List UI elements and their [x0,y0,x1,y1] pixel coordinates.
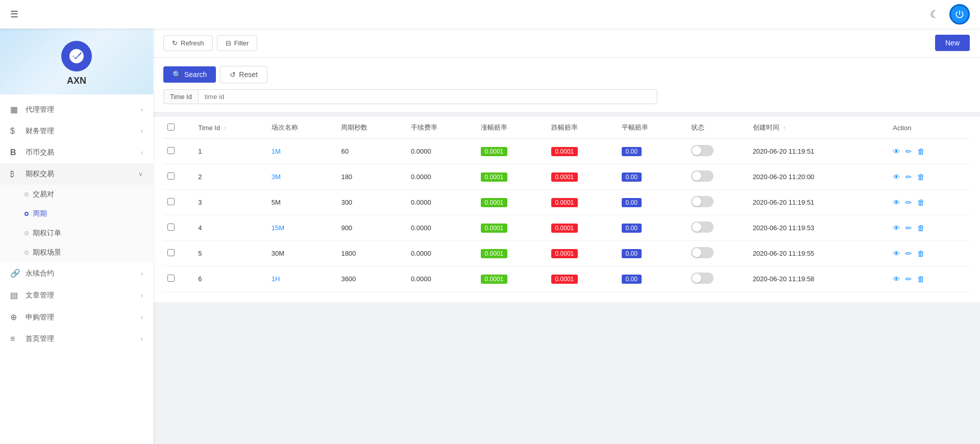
action-icons: 👁 ✏ 🗑 [893,147,966,156]
sidebar-sub-period[interactable]: 周期 [0,204,153,224]
sidebar-item-perpetual[interactable]: 🔗 永续合约 ‹ [0,262,153,284]
top-header: ☰ ☾ [0,0,980,29]
table-row: 1 1M 60 0.0000 0.0001 0.0001 0.00 2020-0… [163,139,970,164]
col-time-id: Time Id ↑ [194,117,267,139]
cell-fee-rate: 0.0000 [407,266,477,292]
finance-arrow: ‹ [141,128,143,135]
cell-venue-name: 1M [267,139,337,164]
edit-icon[interactable]: ✏ [905,198,912,207]
cell-fall-rate: 0.0001 [547,139,618,164]
sidebar-sub-futures-scene[interactable]: 期权场景 [0,243,153,262]
view-icon[interactable]: 👁 [893,275,900,283]
row-checkbox[interactable] [167,249,175,256]
delete-icon[interactable]: 🗑 [917,224,925,232]
moon-icon[interactable]: ☾ [930,8,939,20]
cell-created-time: 2020-06-20 11:19:51 [749,190,889,215]
sidebar-item-apply[interactable]: ⊕ 申购管理 ‹ [0,306,153,328]
cell-status [687,139,749,164]
status-toggle[interactable] [691,196,714,207]
sidebar-item-finance[interactable]: $ 财务管理 ‹ [0,120,153,142]
action-icons: 👁 ✏ 🗑 [893,249,966,258]
time-id-input[interactable] [198,89,657,104]
cell-created-time: 2020-06-20 11:19:51 [749,139,889,164]
view-icon[interactable]: 👁 [893,224,900,232]
cell-rise-rate: 0.0001 [477,266,547,292]
delete-icon[interactable]: 🗑 [917,198,925,207]
action-icons: 👁 ✏ 🗑 [893,275,966,284]
cell-fall-rate: 0.0001 [547,190,618,215]
row-checkbox[interactable] [167,172,175,180]
delete-icon[interactable]: 🗑 [917,249,925,258]
edit-icon[interactable]: ✏ [905,275,912,284]
flat-rate-badge: 0.00 [622,275,642,284]
cell-fall-rate: 0.0001 [547,241,618,266]
cell-venue-name: 30M [267,241,337,266]
status-toggle[interactable] [691,145,714,156]
coin-label: 币币交易 [26,148,54,157]
futures-submenu: 交易对 周期 期权订单 期权场景 [0,185,153,262]
edit-icon[interactable]: ✏ [905,249,912,258]
sidebar-sub-futures-order[interactable]: 期权订单 [0,224,153,243]
sidebar-item-article[interactable]: ▤ 文章管理 ‹ [0,284,153,306]
col-flat-rate: 平幅赔率 [618,117,688,139]
sidebar-item-home[interactable]: ≡ 首页管理 ‹ [0,328,153,350]
cell-time-id: 1 [194,139,267,164]
cell-fall-rate: 0.0001 [547,215,618,241]
view-icon[interactable]: 👁 [893,172,900,181]
sidebar-item-futures[interactable]: ₿ 期权交易 ∨ [0,163,153,185]
edit-icon[interactable]: ✏ [905,147,912,156]
cell-status [687,266,749,292]
flat-rate-badge: 0.00 [622,249,642,258]
cell-time-id: 2 [194,164,267,190]
row-checkbox[interactable] [167,224,175,231]
cell-status [687,190,749,215]
view-icon[interactable]: 👁 [893,147,900,156]
power-button[interactable] [949,4,970,24]
fall-rate-badge: 0.0001 [551,198,578,207]
reset-label: Reset [239,70,258,79]
sidebar-item-agent[interactable]: ▦ 代理管理 ‹ [0,98,153,120]
reset-button[interactable]: ↺ Reset [220,66,267,83]
cell-action: 👁 ✏ 🗑 [889,139,970,164]
status-toggle[interactable] [691,221,714,233]
row-checkbox[interactable] [167,275,175,282]
status-toggle[interactable] [691,170,714,182]
flat-rate-badge: 0.00 [622,147,642,156]
cell-flat-rate: 0.00 [618,241,688,266]
delete-icon[interactable]: 🗑 [917,172,925,181]
perpetual-icon: 🔗 [10,268,20,278]
table-row: 5 30M 1800 0.0000 0.0001 0.0001 0.00 202… [163,241,970,266]
edit-icon[interactable]: ✏ [905,172,912,182]
status-toggle[interactable] [691,273,714,284]
new-button[interactable]: New [935,35,970,51]
status-toggle[interactable] [691,247,714,258]
row-checkbox[interactable] [167,147,175,154]
cell-rise-rate: 0.0001 [477,164,547,190]
menu-icon[interactable]: ☰ [10,9,18,20]
search-button[interactable]: 🔍 Search [163,66,216,83]
cell-period-seconds: 1800 [337,241,407,266]
apply-label: 申购管理 [26,313,54,322]
cell-flat-rate: 0.00 [618,266,688,292]
select-all-checkbox[interactable] [167,124,175,131]
view-icon[interactable]: 👁 [893,249,900,258]
sub-dot-futures-order [24,231,29,235]
table-container: Time Id ↑ 场次名称 周期秒数 手续费率 涨幅赔率 跌幅赔率 平幅赔率 … [153,117,980,302]
cell-fee-rate: 0.0000 [407,164,477,190]
view-icon[interactable]: 👁 [893,198,900,207]
cell-fall-rate: 0.0001 [547,266,618,292]
data-table: Time Id ↑ 场次名称 周期秒数 手续费率 涨幅赔率 跌幅赔率 平幅赔率 … [163,117,970,292]
filter-button[interactable]: ⊟ Filter [217,35,258,51]
table-header-row: Time Id ↑ 场次名称 周期秒数 手续费率 涨幅赔率 跌幅赔率 平幅赔率 … [163,117,970,139]
edit-icon[interactable]: ✏ [905,224,912,233]
sidebar-item-coin[interactable]: B 币币交易 ‹ [0,142,153,163]
sidebar-sub-trading-pair[interactable]: 交易对 [0,185,153,204]
delete-icon[interactable]: 🗑 [917,147,925,156]
filter-area: 🔍 Search ↺ Reset Time Id [153,58,980,113]
apply-arrow: ‹ [141,314,143,321]
futures-label: 期权交易 [26,169,54,179]
delete-icon[interactable]: 🗑 [917,275,925,283]
row-checkbox[interactable] [167,198,175,205]
refresh-button[interactable]: ↻ Refresh [163,35,213,51]
agent-label: 代理管理 [26,105,54,114]
